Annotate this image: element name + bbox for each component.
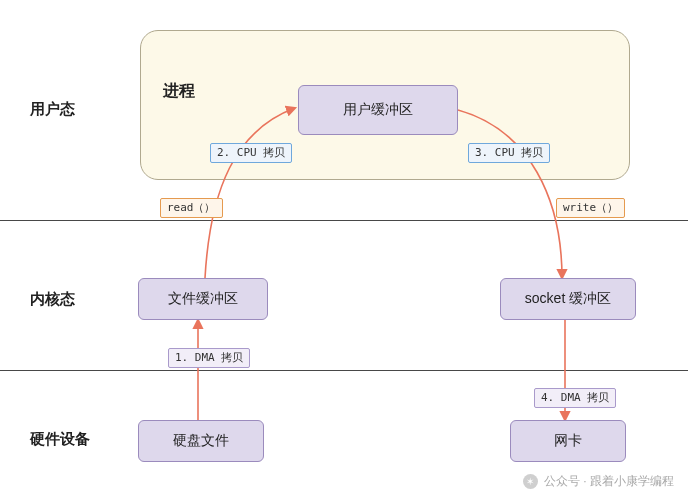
tag-step-2: 2. CPU 拷贝 [210,143,292,163]
process-title: 进程 [163,81,195,102]
box-disk: 硬盘文件 [138,420,264,462]
tag-write-call: write（） [556,198,625,218]
box-user-buffer: 用户缓冲区 [298,85,458,135]
box-file-buffer: 文件缓冲区 [138,278,268,320]
watermark: ✶ 公众号 · 跟着小康学编程 [523,473,674,490]
divider-user-kernel [0,220,688,221]
box-socket-buffer: socket 缓冲区 [500,278,636,320]
tag-step-3: 3. CPU 拷贝 [468,143,550,163]
tag-read-call: read（） [160,198,223,218]
layer-label-kernel: 内核态 [30,290,75,309]
divider-kernel-hw [0,370,688,371]
layer-label-user: 用户态 [30,100,75,119]
box-nic: 网卡 [510,420,626,462]
tag-step-4: 4. DMA 拷贝 [534,388,616,408]
tag-step-1: 1. DMA 拷贝 [168,348,250,368]
layer-label-hw: 硬件设备 [30,430,90,449]
wechat-icon: ✶ [523,474,538,489]
watermark-text: 公众号 · 跟着小康学编程 [544,473,674,490]
